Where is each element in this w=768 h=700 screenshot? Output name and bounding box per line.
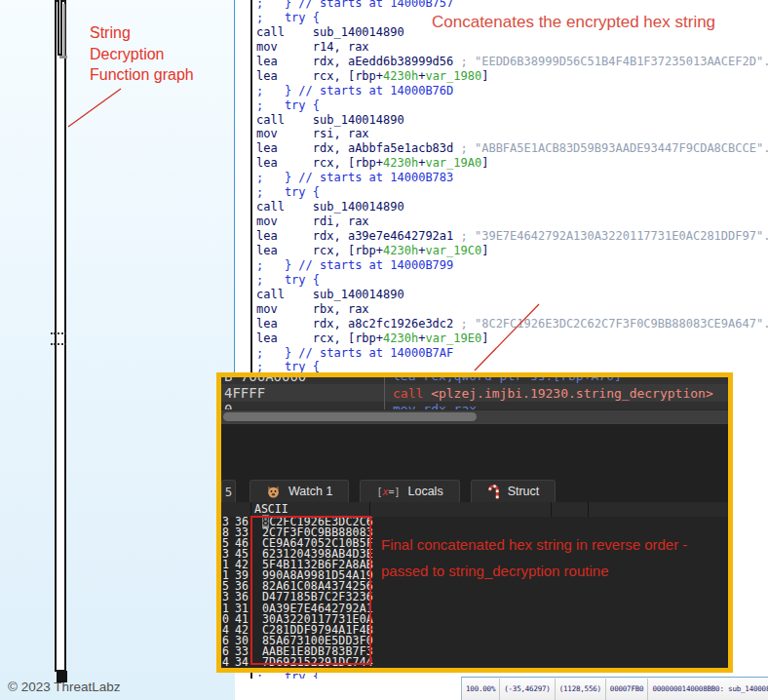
hex-byte-partial: 4: [221, 625, 229, 636]
asm-line[interactable]: lea rcx, [rbp+4230h+var_19C0]: [256, 244, 768, 258]
hex-dump-row[interactable]: 4347D692152291DC744: [221, 657, 373, 668]
asm-token-cmt: ; } // starts at 14000B757: [256, 0, 453, 10]
debugger-tab-bar: 5Watch 1[x=]LocalsStruct: [221, 477, 728, 502]
header-divider: [551, 502, 552, 517]
scrollbar-thumb[interactable]: [223, 412, 477, 421]
asm-listing: ; } // starts at 14000B757; try {call su…: [256, 0, 768, 374]
asm-token-str: ; "8C2FC1926E3DC2C62C7F3F0C9BB88083CE9A6…: [461, 317, 768, 331]
ida-graph-overview-pane: [0, 0, 235, 700]
disasm-instruction: lea rcx,qword ptr ss:[rbp+A70]: [385, 377, 728, 384]
asm-token-ins: ]: [481, 69, 488, 83]
disasm-row-partial-top[interactable]: B 766A0000 lea rcx,qword ptr ss:[rbp+A70…: [221, 377, 728, 384]
asm-token-ins: lea rdx, a8c2fc1926e3dc2: [256, 317, 461, 331]
annotation-line: Final concatenated hex string in reverse…: [381, 531, 687, 558]
asm-line[interactable]: ; try {: [256, 273, 768, 288]
asm-line[interactable]: ; try {: [256, 98, 768, 113]
annotation-concatenates: Concatenates the encrypted hex string: [432, 13, 715, 32]
asm-line[interactable]: ; try {: [256, 185, 768, 200]
asm-line[interactable]: ; } // starts at 14000B76D: [256, 84, 768, 98]
asm-token-var: var_1980: [425, 69, 481, 83]
hex-byte-partial: 5: [221, 538, 229, 549]
disasm-row-partial-bottom[interactable]: 0 mov rdx,rax: [221, 402, 728, 409]
asm-line[interactable]: ; } // starts at 14000B757: [256, 0, 768, 11]
asm-token-cmt: ; try {: [256, 185, 320, 199]
asm-line[interactable]: lea rcx, [rbp+4230h+var_1980]: [256, 69, 768, 84]
disasm-row-call-string-decryption[interactable]: 4FFFF call <plzej.imjbi.19230.string_dec…: [221, 384, 728, 402]
disasm-instruction: mov rdx,rax: [385, 402, 728, 409]
asm-token-ins: lea rdx, aEedd6b38999d56: [256, 55, 461, 68]
graph-node-foot-block: [57, 671, 67, 682]
asm-line[interactable]: ; } // starts at 14000B799: [256, 258, 768, 273]
hex-byte-partial: 3: [221, 549, 229, 560]
hex-byte-partial: 1: [221, 560, 229, 570]
debugger-empty-panel: [221, 423, 728, 477]
asm-line[interactable]: mov rdi, rax: [256, 214, 768, 229]
asm-token-ins: call sub_140014890: [256, 288, 404, 301]
asm-line[interactable]: lea rdx, a39e7e4642792a1 ; "39E7E4642792…: [256, 229, 768, 244]
asm-token-cmt: ; try {: [256, 98, 320, 112]
asm-token-num: 4230h: [383, 69, 418, 83]
asm-line[interactable]: call sub_140014890: [256, 113, 768, 128]
asm-token-ins: ]: [481, 244, 488, 257]
asm-line[interactable]: lea rcx, [rbp+4230h+var_19A0]: [256, 156, 768, 171]
asm-line[interactable]: mov r14, rax: [256, 40, 768, 55]
asm-line[interactable]: call sub_140014890: [256, 288, 768, 302]
asm-line[interactable]: ; } // starts at 14000B783: [256, 171, 768, 185]
debugger-overlay-window: B 766A0000 lea rcx,qword ptr ss:[rbp+A70…: [216, 372, 733, 673]
asm-line[interactable]: ; } // starts at 14000B7AF: [256, 346, 768, 361]
asm-token-str: ; "39E7E4642792A130A3220117731E0AC281DDF…: [461, 229, 768, 243]
asm-token-str: ; "ABBFA5E1ACB83D59B93AADE93447F9CDA8CBC…: [461, 141, 768, 155]
asm-line[interactable]: lea rdx, a8c2fc1926e3dc2 ; "8C2FC1926E3D…: [256, 317, 768, 331]
asm-line[interactable]: lea rdx, aAbbfa5e1acb83d ; "ABBFA5E1ACB8…: [256, 141, 768, 156]
hex-byte: 34: [235, 657, 252, 668]
screenshot-root: ; } // starts at 14000B757; try {call su…: [0, 0, 768, 700]
disasm-instruction: call <plzej.imjbi.19230.string_decryptio…: [385, 386, 728, 401]
status-segment: 0000000140008BB0: sub_140008BB0 (Synchr: [648, 679, 768, 700]
dog-icon: [266, 485, 281, 499]
call-target: <plzej.imjbi.19230.string_decryption>: [431, 386, 713, 401]
disasm-address: 0: [221, 402, 385, 409]
graph-node-tick: [59, 56, 67, 58]
annotation-line: Decryption: [90, 44, 194, 65]
asm-line[interactable]: call sub_140014890: [256, 200, 768, 214]
asm-line[interactable]: lea rcx, [rbp+4230h+var_19E0]: [256, 331, 768, 346]
annotation-line: String: [90, 22, 194, 44]
hex-byte-partial: 3: [221, 592, 229, 603]
horizontal-scrollbar[interactable]: [221, 409, 728, 423]
asm-token-ins: call sub_140014890: [256, 25, 404, 39]
hex-dump-panel[interactable]: ASCII 3368C2FC1926E3DC2C68332C7F3F0C9BB8…: [221, 502, 728, 668]
tab-partial[interactable]: 5: [221, 480, 236, 502]
asm-token-ins: call sub_140014890: [256, 200, 404, 214]
asm-token-num: 4230h: [383, 244, 418, 257]
tab-label: Watch 1: [288, 485, 332, 498]
function-graph-node-top[interactable]: [58, 0, 62, 56]
header-divider: [250, 502, 251, 517]
asm-token-var: var_19C0: [425, 244, 481, 257]
asm-token-ins: lea rdx, aAbbfa5e1acb83d: [256, 141, 461, 155]
disasm-address: B 766A0000: [221, 377, 385, 384]
annotation-line: passed to string_decryption routine: [381, 558, 687, 584]
asm-token-cmt: ; } // starts at 14000B76D: [256, 84, 453, 97]
annotation-line: Function graph: [90, 64, 194, 86]
tab-watch-1[interactable]: Watch 1: [250, 480, 349, 502]
asm-token-ins: mov rbx, rax: [256, 302, 369, 316]
asm-token-ins: mov rsi, rax: [256, 127, 369, 140]
hex-byte-partial: 6: [221, 636, 229, 646]
hex-byte-partial: 1: [221, 603, 229, 614]
asm-token-cmt: ; } // starts at 14000B7AF: [256, 346, 453, 360]
asm-token-str: ; "EEDD6B38999D56C51B4F4B1F37235013AACEF…: [461, 55, 768, 68]
tab-struct[interactable]: Struct: [471, 480, 557, 502]
asm-line[interactable]: mov rbx, rax: [256, 302, 768, 317]
ascii-value: 7D692152291DC744: [262, 657, 373, 668]
hex-byte-partial: 6: [221, 646, 229, 657]
hex-dump-rows: 3368C2FC1926E3DC2C68332C7F3F0C9BB8808354…: [221, 517, 373, 668]
asm-token-ins: mov r14, rax: [256, 40, 369, 54]
asm-token-ins: ]: [481, 156, 488, 170]
asm-token-num: 4230h: [383, 156, 418, 170]
asm-line[interactable]: mov rsi, rax: [256, 127, 768, 141]
status-segment: (1128,556): [556, 679, 606, 700]
asm-token-var: var_19E0: [425, 331, 481, 345]
asm-line[interactable]: lea rdx, aEedd6b38999d56 ; "EEDD6B38999D…: [256, 55, 768, 69]
annotation-string-decryption: String Decryption Function graph: [90, 22, 194, 86]
tab-locals[interactable]: [x=]Locals: [360, 480, 459, 502]
